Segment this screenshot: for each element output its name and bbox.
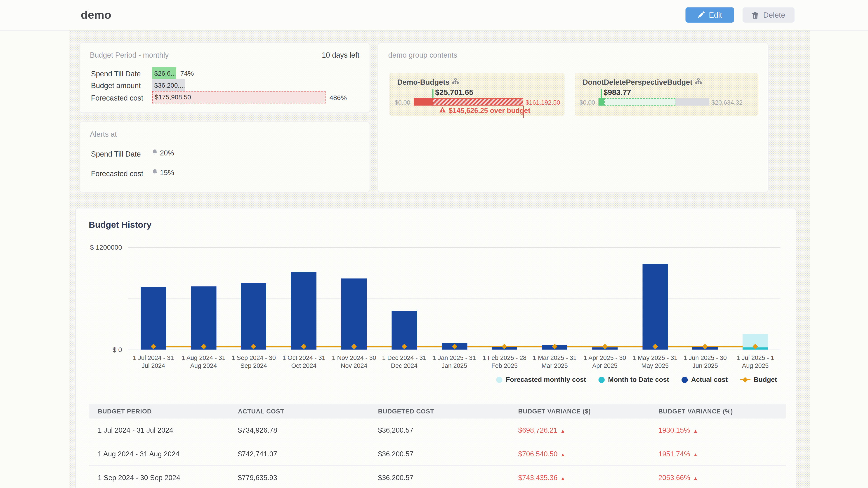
table-row: 1 Sep 2024 - 30 Sep 2024$779,635.93$36,2… [89,466,786,488]
actual-cost-bar [341,279,367,350]
legend-item-forecasted[interactable]: Forecasted monthly cost [496,376,586,384]
alert-spend-value: 20% [160,149,174,157]
variance-cell: $706,540.50▲ [509,450,649,458]
forecasted-cost-bar: $175,908.50 [152,91,326,103]
table-header-row: BUDGET PERIODACTUAL COSTBUDGETED COSTBUD… [89,404,786,419]
table-cell: $36,200.57 [369,450,509,458]
legend-item-mtd[interactable]: Month to Date cost [598,376,669,384]
days-left-label: 10 days left [322,51,360,59]
spent-segment [414,98,433,106]
table-header-cell: BUDGETED COST [369,408,509,415]
chart-legend: Forecasted monthly cost Month to Date co… [496,376,777,384]
bell-icon [152,169,158,177]
actual-cost-bar [191,286,216,350]
overbudget-hatched-segment [433,98,523,106]
actual-cost-bar [291,272,317,350]
table-header-cell: BUDGET VARIANCE (%) [649,408,786,415]
x-axis-label: 1 Jul 2025 - 1Aug 2025 [728,354,782,369]
legend-item-actual[interactable]: Actual cost [682,376,727,384]
alerts-card-title: Alerts at [90,130,117,138]
edit-button-label: Edit [709,11,722,20]
pencil-icon [698,11,705,19]
bar-max-label: $20,634.32 [712,98,743,106]
group-card-title: demo group contents [388,51,457,59]
x-axis-label: 1 Nov 2024 - 30Nov 2024 [327,354,381,369]
actual-cost-bar [241,283,267,350]
spent-segment [598,98,604,106]
table-header-cell: BUDGET PERIOD [89,408,229,415]
diamond-line-marker-icon [740,377,750,383]
spend-till-date-bar: $26,6... [152,67,177,79]
bar-min-label: $0.00 [395,98,410,106]
budget-period-card: Budget Period - monthly 10 days left Spe… [79,42,370,113]
table-cell: $742,741.07 [229,450,369,458]
delete-button-label: Delete [763,11,785,20]
budget-name: Demo-Budgets [397,78,450,87]
variance-cell: $743,435.36▲ [509,474,649,482]
budget-name: DonotDeletePerspectiveBudget [583,78,692,87]
up-triangle-icon: ▲ [693,428,698,433]
delete-button[interactable]: Delete [743,7,795,23]
top-bar: demo Edit Delete [0,0,868,31]
alert-forecast-label: Forecasted cost [91,169,143,178]
legend-label: Forecasted monthly cost [506,376,586,384]
budget-name-link[interactable]: DonotDeletePerspectiveBudget [583,78,702,87]
alert-forecast-value-row: 15% [152,169,174,177]
up-triangle-icon: ▲ [693,452,698,457]
budget-tile-demo-budgets[interactable]: Demo-Budgets $25,701.65 $0.00 $161,192.5… [390,73,565,116]
alert-spend-label: Spend Till Date [91,150,141,158]
actual-cost-bar [141,287,166,350]
page-title: demo [81,8,112,22]
group-contents-card: demo group contents Demo-Budgets $25,701… [377,42,769,193]
x-axis-label: 1 Apr 2025 - 30Apr 2025 [578,354,632,369]
forecast-percent: 486% [330,94,347,102]
table-cell: 1 Sep 2024 - 30 Sep 2024 [89,474,229,482]
x-axis-label: 1 Aug 2024 - 31Aug 2024 [176,354,230,369]
budget-progress-bar [598,98,709,106]
table-cell: $36,200.57 [369,426,509,434]
legend-item-budget[interactable]: Budget [740,376,777,384]
edit-button[interactable]: Edit [686,7,734,23]
x-axis-label: 1 Jul 2024 - 31Jul 2024 [126,354,180,369]
x-axis-label: 1 Dec 2024 - 31Dec 2024 [377,354,431,369]
bar-max-label: $161,192.50 [526,98,560,106]
remaining-segment [675,98,709,106]
hierarchy-icon [695,78,702,87]
chart-plot: 1 Jul 2024 - 31Jul 20241 Aug 2024 - 31Au… [76,208,797,395]
budget-name-link[interactable]: Demo-Budgets [397,78,459,87]
table-cell: 1 Jul 2024 - 31 Jul 2024 [89,426,229,434]
variance-cell: $698,726.21▲ [509,426,649,434]
hierarchy-icon [452,78,459,87]
up-triangle-icon: ▲ [560,428,565,433]
table-cell: 1 Aug 2024 - 31 Aug 2024 [89,450,229,458]
bell-icon [152,149,158,157]
table-row: 1 Jul 2024 - 31 Jul 2024$734,926.78$36,2… [89,419,786,442]
x-axis-label: 1 May 2025 - 31May 2025 [628,354,682,369]
up-triangle-icon: ▲ [560,475,565,481]
spend-percent: 74% [180,70,194,77]
budget-spend-value: $25,701.65 [435,88,473,97]
actual-cost-bar [642,264,668,350]
x-axis-label: 1 Feb 2025 - 28Feb 2025 [477,354,532,369]
forecast-dot-icon [496,377,502,383]
actual-dot-icon [682,377,688,383]
variance-cell: 1951.74%▲ [649,450,786,458]
up-triangle-icon: ▲ [560,452,565,457]
alert-forecast-value: 15% [160,169,174,177]
up-triangle-icon: ▲ [693,475,698,481]
alert-spend-value-row: 20% [152,149,174,157]
budget-amount-label: Budget amount [91,79,141,92]
budget-tile-donotdelete[interactable]: DonotDeletePerspectiveBudget $983.77 $0.… [575,73,758,116]
legend-label: Month to Date cost [608,376,669,384]
mtd-dot-icon [598,377,604,383]
table-cell: $734,926.78 [229,426,369,434]
alerts-card: Alerts at Spend Till Date 20% Forecasted… [79,122,370,193]
budget-spend-value: $983.77 [603,88,631,97]
x-axis-label: 1 Sep 2024 - 30Sep 2024 [226,354,281,369]
overbudget-text: $145,626.25 over budget [449,107,530,115]
forecasted-cost-label: Forecasted cost [91,92,143,104]
warning-triangle-icon [439,107,446,115]
budget-history-panel: Budget History $ 1200000 $ 0 1 Jul 2024 … [75,208,796,488]
bar-min-label: $0.00 [580,98,595,106]
trash-icon [752,11,759,19]
